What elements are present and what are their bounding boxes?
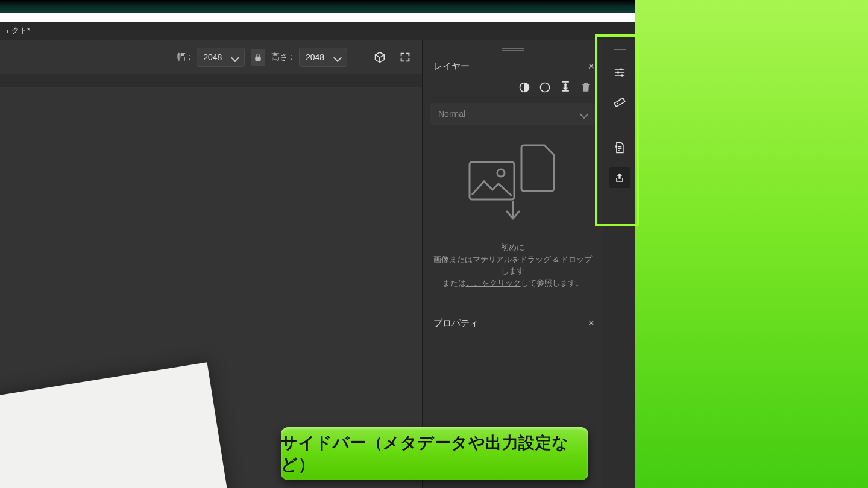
right-rail bbox=[603, 40, 635, 488]
width-value: 2048 bbox=[203, 52, 222, 62]
dropzone-text: 初めに 画像またはマテリアルをドラッグ & ドロップします またはここをクリック… bbox=[433, 242, 592, 289]
dropzone-line-2: 画像またはマテリアルをドラッグ & ドロップします bbox=[433, 254, 592, 277]
dropzone-line-3a: または bbox=[442, 278, 466, 287]
app-window: ェクト* 幅 : 2048 高さ : 2048 bbox=[0, 13, 635, 488]
window-titlebar bbox=[0, 13, 635, 22]
close-icon[interactable]: × bbox=[588, 317, 594, 330]
properties-panel-title: プロパティ bbox=[433, 318, 479, 329]
chevron-down-icon bbox=[581, 111, 587, 117]
chevron-down-icon bbox=[232, 54, 238, 60]
width-select[interactable]: 2048 bbox=[197, 48, 245, 67]
height-value: 2048 bbox=[306, 52, 324, 62]
trash-icon[interactable] bbox=[580, 81, 592, 93]
contrast-icon[interactable] bbox=[518, 81, 530, 93]
layers-panel-header: レイヤー × bbox=[423, 51, 603, 78]
arrow-down-icon bbox=[504, 201, 522, 225]
rail-divider bbox=[614, 49, 626, 50]
background-gradient bbox=[635, 0, 868, 488]
dropzone-line-1: 初めに bbox=[433, 242, 592, 254]
properties-panel-header: プロパティ × bbox=[423, 307, 603, 334]
svg-point-6 bbox=[621, 74, 623, 76]
settings-sliders-button[interactable] bbox=[609, 62, 630, 83]
svg-point-1 bbox=[541, 83, 550, 92]
width-label: 幅 : bbox=[177, 52, 190, 63]
fullscreen-button[interactable] bbox=[395, 48, 415, 67]
canvas-toolbar: 幅 : 2048 高さ : 2048 bbox=[0, 40, 422, 74]
dropzone-line-3b: して参照します。 bbox=[521, 278, 583, 287]
layers-panel-title: レイヤー bbox=[433, 61, 470, 72]
close-icon[interactable]: × bbox=[588, 60, 594, 73]
canvas-viewport[interactable] bbox=[0, 74, 422, 488]
metadata-button[interactable] bbox=[609, 137, 630, 158]
image-icon bbox=[468, 161, 515, 201]
lock-aspect-button[interactable] bbox=[251, 49, 265, 66]
svg-point-4 bbox=[620, 68, 622, 70]
height-label: 高さ : bbox=[271, 52, 293, 63]
blend-mode-value: Normal bbox=[438, 109, 465, 119]
document-plane bbox=[0, 362, 260, 488]
svg-point-3 bbox=[497, 169, 505, 177]
document-tabbar: ェクト* bbox=[0, 22, 635, 40]
dropzone-browse-link[interactable]: ここをクリック bbox=[466, 278, 521, 287]
chevron-down-icon bbox=[335, 54, 341, 60]
document-icon bbox=[520, 144, 558, 192]
ruler-button[interactable] bbox=[609, 92, 630, 113]
layer-actions-row bbox=[423, 78, 603, 99]
rail-divider bbox=[614, 125, 626, 125]
blend-mode-select[interactable]: Normal bbox=[430, 103, 596, 125]
export-settings-button[interactable] bbox=[609, 167, 630, 188]
height-select[interactable]: 2048 bbox=[299, 48, 347, 67]
svg-rect-2 bbox=[470, 162, 514, 199]
cube-tool-button[interactable] bbox=[370, 48, 389, 67]
export-icon[interactable] bbox=[559, 81, 571, 93]
document-tab[interactable]: ェクト* bbox=[0, 25, 37, 36]
svg-rect-7 bbox=[614, 98, 625, 107]
side-panels: レイヤー × Normal bbox=[422, 40, 603, 488]
svg-point-5 bbox=[617, 71, 619, 73]
layers-dropzone[interactable]: 初めに 画像またはマテリアルをドラッグ & ドロップします またはここをクリック… bbox=[423, 128, 603, 304]
window-topstrip bbox=[0, 0, 635, 13]
annotation-caption-text: サイドバー（メタデータや出力設定など） bbox=[281, 432, 588, 475]
annotation-caption: サイドバー（メタデータや出力設定など） bbox=[281, 427, 588, 480]
mask-icon[interactable] bbox=[539, 81, 551, 93]
